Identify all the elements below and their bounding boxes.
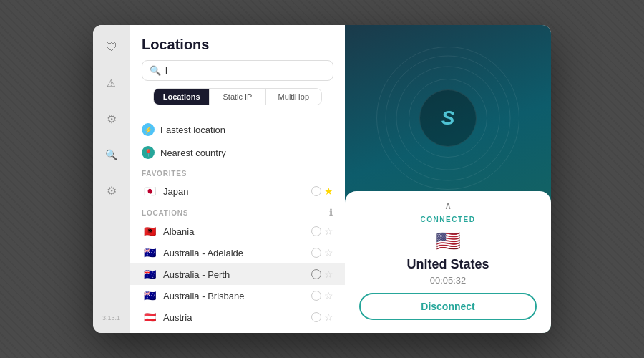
nearest-label: Nearest country	[160, 147, 226, 158]
connection-timer: 00:05:32	[430, 275, 467, 286]
app-window: 🛡 ⚠ ⚙ 🔍 ⚙ 3.13.1 Locations 🔍 Locations S…	[93, 25, 551, 333]
main-panel: Locations 🔍 Locations Static IP MultiHop…	[130, 25, 345, 333]
list-item[interactable]: 🇦🇹 Austria ☆	[130, 306, 345, 328]
tab-static-ip[interactable]: Static IP	[210, 89, 265, 105]
list-item[interactable]: 🇦🇺 Australia - Perth ☆	[130, 263, 345, 285]
list-item[interactable]: 🇦🇱 Albania ☆	[130, 221, 345, 242]
tab-bar: Locations Static IP MultiHop	[153, 88, 322, 105]
item-actions: ☆	[311, 311, 333, 323]
item-actions: ☆	[311, 247, 333, 258]
country-name: Austria	[163, 312, 306, 323]
australia-brisbane-flag: 🇦🇺	[142, 290, 157, 301]
gear-nav-icon[interactable]: ⚙	[101, 180, 122, 201]
albania-flag: 🇦🇱	[142, 226, 157, 237]
location-list: ⚡ Fastest location 📍 Nearest country FAV…	[130, 112, 345, 333]
tab-locations[interactable]: Locations	[154, 89, 210, 105]
country-name: Australia - Brisbane	[163, 291, 306, 301]
fastest-label: Fastest location	[160, 125, 225, 135]
locations-title: LOCATIONS	[142, 209, 188, 217]
star-icon[interactable]: ★	[324, 185, 333, 197]
alert-nav-icon[interactable]: ⚠	[101, 72, 122, 94]
country-name: Albania	[163, 226, 306, 237]
item-actions: ☆	[311, 226, 333, 237]
nearest-dot: 📍	[142, 146, 155, 159]
star-icon[interactable]: ☆	[324, 268, 333, 280]
connected-country-flag: 🇺🇸	[436, 229, 461, 253]
star-icon[interactable]: ☆	[324, 290, 333, 301]
australia-adelaide-flag: 🇦🇺	[142, 247, 157, 258]
favorites-section-header: FAVORITES	[130, 164, 345, 180]
star-icon[interactable]: ☆	[324, 247, 333, 258]
connect-dot[interactable]	[311, 291, 321, 301]
connection-status: CONNECTED	[421, 216, 476, 223]
star-icon[interactable]: ☆	[324, 226, 333, 237]
country-name: Japan	[163, 186, 306, 197]
favorites-title: FAVORITES	[142, 170, 187, 178]
search-icon: 🔍	[150, 65, 161, 76]
nearest-country-item[interactable]: 📍 Nearest country	[130, 141, 345, 164]
settings-nav-icon[interactable]: ⚙	[101, 108, 122, 130]
search-input[interactable]	[165, 65, 326, 76]
country-name: Australia - Adelaide	[163, 248, 306, 258]
tab-multihop[interactable]: MultiHop	[266, 89, 321, 105]
vpn-logo: S	[441, 107, 455, 130]
connected-country-name: United States	[406, 257, 489, 272]
austria-flag: 🇦🇹	[142, 311, 157, 323]
item-actions: ★	[311, 185, 333, 197]
country-name: Australia - Perth	[163, 269, 306, 280]
info-icon: ℹ	[329, 208, 333, 218]
japan-flag: 🇯🇵	[142, 185, 157, 197]
connect-dot[interactable]	[311, 269, 321, 279]
connect-dot[interactable]	[311, 248, 321, 258]
chevron-up-icon[interactable]: ∧	[444, 200, 452, 211]
search-bar[interactable]: 🔍	[142, 60, 333, 81]
star-icon[interactable]: ☆	[324, 311, 333, 323]
fastest-location-item[interactable]: ⚡ Fastest location	[130, 118, 345, 141]
fastest-dot: ⚡	[142, 123, 155, 136]
page-title: Locations	[142, 37, 333, 53]
panel-header: Locations 🔍 Locations Static IP MultiHop	[130, 25, 345, 112]
australia-perth-flag: 🇦🇺	[142, 268, 157, 280]
list-item[interactable]: 🇦🇺 Australia - Adelaide ☆	[130, 242, 345, 263]
list-item[interactable]: 🇦🇺 Australia - Brisbane ☆	[130, 285, 345, 306]
vpn-circles: S	[376, 47, 519, 190]
shield-nav-icon[interactable]: 🛡	[101, 37, 122, 58]
version-label: 3.13.1	[102, 314, 120, 321]
right-panel: S ∧ CONNECTED 🇺🇸 United States 00:05:32 …	[345, 25, 551, 333]
item-actions: ☆	[311, 268, 333, 280]
connect-dot[interactable]	[311, 186, 321, 196]
disconnect-button[interactable]: Disconnect	[359, 293, 537, 320]
connected-card: ∧ CONNECTED 🇺🇸 United States 00:05:32 Di…	[345, 191, 551, 333]
list-item[interactable]: 🇯🇵 Japan ★	[130, 180, 345, 202]
item-actions: ☆	[311, 290, 333, 301]
connect-dot[interactable]	[311, 312, 321, 322]
search-nav-icon[interactable]: 🔍	[101, 144, 122, 165]
sidebar: 🛡 ⚠ ⚙ 🔍 ⚙ 3.13.1	[93, 25, 130, 333]
connect-dot[interactable]	[311, 226, 321, 236]
locations-section-header: LOCATIONS ℹ	[130, 202, 345, 221]
